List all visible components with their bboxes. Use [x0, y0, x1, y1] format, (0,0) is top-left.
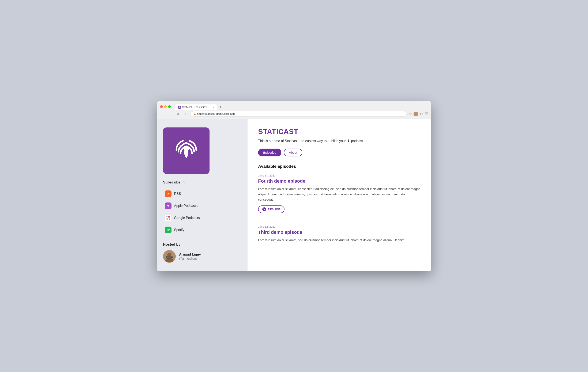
- lock-icon: 🔒: [193, 112, 196, 115]
- traffic-lights: [160, 105, 171, 108]
- rss-icon: [165, 190, 171, 197]
- minimize-traffic-light[interactable]: [164, 105, 167, 108]
- forward-button[interactable]: →: [168, 111, 173, 117]
- host-info: Arnaud Ligny @arnaudligny: [163, 250, 241, 263]
- url-input[interactable]: https://staticast-demo.cecil.app: [190, 111, 407, 116]
- episodes-button[interactable]: Episodes: [258, 149, 281, 156]
- host-handle: @arnaudligny: [179, 257, 201, 260]
- resume-label-1: RESUME: [268, 208, 280, 211]
- rss-arrow: ›: [239, 192, 240, 196]
- address-bar-container: 🔒 https://staticast-demo.cecil.app: [190, 111, 407, 116]
- resume-play-icon: [262, 207, 266, 211]
- spotify-icon: [165, 227, 171, 233]
- subscribe-item-apple[interactable]: Apple Podcasts ›: [163, 200, 241, 212]
- new-tab-button[interactable]: +: [217, 104, 223, 110]
- subscribe-item-spotify[interactable]: Spotify ›: [163, 224, 241, 236]
- hosted-by: Hosted by: [163, 242, 241, 263]
- browser-window: Staticast · The easiest way to p... × + …: [157, 101, 431, 271]
- menu-icon[interactable]: ☰: [425, 112, 428, 116]
- buttons-row: Episodes About: [258, 149, 421, 156]
- svg-point-3: [167, 195, 168, 195]
- play-triangle: [263, 208, 265, 210]
- subscribe-item-rss[interactable]: RSS ›: [163, 188, 241, 200]
- podcast-description: This is a demo of Staticast, the easiest…: [258, 138, 421, 144]
- google-podcasts-arrow: ›: [239, 216, 240, 219]
- close-traffic-light[interactable]: [160, 105, 163, 108]
- spotify-label: Spotify: [174, 228, 236, 232]
- apple-podcasts-arrow: ›: [239, 204, 240, 208]
- toolbar-right: ☆ >> ☰: [409, 112, 428, 116]
- spotify-arrow: ›: [239, 228, 240, 232]
- episode-2-title[interactable]: Third demo episode: [258, 230, 421, 235]
- reload-button[interactable]: ↺: [175, 111, 181, 117]
- available-episodes-title: Available episodes: [258, 164, 421, 169]
- page-content: Subscribe in RSS ›: [157, 119, 431, 271]
- google-podcasts-label: Google Podcasts: [174, 216, 236, 220]
- maximize-traffic-light[interactable]: [168, 105, 171, 108]
- podcast-logo: [163, 127, 210, 174]
- episode-2-description: Lorem ipsum dolor sit amet, sed do eiusm…: [258, 238, 421, 243]
- main-content: STATICAST This is a demo of Staticast, t…: [248, 119, 431, 271]
- about-button[interactable]: About: [284, 149, 302, 156]
- svg-point-0: [179, 107, 180, 108]
- tab-title: Staticast · The easiest way to p...: [182, 106, 212, 109]
- subscribe-list: RSS › Apple Podcasts ›: [163, 188, 241, 236]
- host-name: Arnaud Ligny: [179, 252, 201, 256]
- apple-podcasts-label: Apple Podcasts: [174, 204, 236, 208]
- host-details: Arnaud Ligny @arnaudligny: [179, 252, 201, 260]
- hosted-by-title: Hosted by: [163, 242, 241, 247]
- bookmark-icon[interactable]: ☆: [409, 112, 412, 116]
- sidebar: Subscribe in RSS ›: [157, 119, 248, 271]
- episode-item-1: June 17, 2020 Fourth demo episode Lorem …: [258, 174, 421, 219]
- active-tab[interactable]: Staticast · The easiest way to p... ×: [175, 104, 217, 110]
- resume-button-1[interactable]: RESUME: [258, 206, 284, 213]
- svg-rect-7: [167, 256, 172, 259]
- tab-favicon: [178, 106, 181, 109]
- subscribe-item-google[interactable]: Google Podcasts ›: [163, 212, 241, 224]
- title-bar: Staticast · The easiest way to p... × +: [157, 101, 431, 110]
- browser-chrome: Staticast · The easiest way to p... × + …: [157, 101, 431, 119]
- tab-close-button[interactable]: ×: [213, 106, 214, 109]
- address-bar: ← → ↺ ⌂ 🔒 https://staticast-demo.cecil.a…: [157, 110, 431, 119]
- podcast-title: STATICAST: [258, 127, 421, 136]
- svg-point-2: [184, 146, 189, 151]
- episode-1-description: Lorem ipsum dolor sit amet, consectetur …: [258, 186, 421, 202]
- episode-1-date: June 17, 2020: [258, 174, 421, 177]
- svg-rect-9: [171, 256, 173, 258]
- host-avatar: [163, 250, 176, 263]
- profile-icon[interactable]: [414, 112, 418, 116]
- episode-2-date: June 12, 2020: [258, 225, 421, 228]
- subscribe-title: Subscribe in: [163, 180, 241, 185]
- apple-podcasts-icon: [165, 202, 171, 209]
- google-podcasts-icon: [165, 215, 171, 221]
- episode-1-title[interactable]: Fourth demo episode: [258, 178, 421, 184]
- home-button[interactable]: ⌂: [183, 111, 189, 117]
- rss-label: RSS: [174, 192, 236, 196]
- back-button[interactable]: ←: [160, 111, 166, 117]
- episode-item-2: June 12, 2020 Third demo episode Lorem i…: [258, 225, 421, 252]
- tabs-bar: Staticast · The easiest way to p... × +: [175, 104, 428, 110]
- extensions-icon[interactable]: >>: [420, 112, 423, 116]
- svg-rect-8: [166, 256, 167, 258]
